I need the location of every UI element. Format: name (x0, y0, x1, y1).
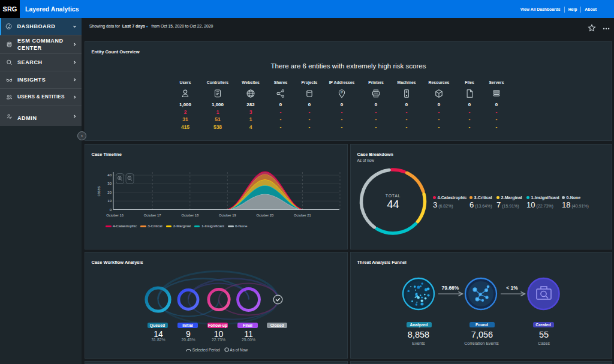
svg-text:October 21: October 21 (294, 213, 311, 217)
svg-text:44: 44 (387, 198, 399, 210)
svg-text:October 19: October 19 (219, 213, 236, 217)
svg-text:October 18: October 18 (181, 213, 198, 217)
svg-text:20: 20 (107, 191, 112, 194)
svg-text:10: 10 (107, 199, 112, 203)
svg-text:< 1%: < 1% (506, 285, 518, 291)
svg-text:TOTAL: TOTAL (386, 194, 401, 198)
svg-text:IP: IP (341, 91, 343, 94)
svg-text:October 20: October 20 (257, 213, 274, 217)
svg-text:0: 0 (110, 208, 112, 212)
svg-text:October 16: October 16 (106, 213, 124, 217)
svg-text:30: 30 (107, 182, 112, 185)
svg-text:79.66%: 79.66% (442, 285, 459, 291)
svg-text:40: 40 (107, 173, 112, 177)
svg-text:cases: cases (97, 186, 101, 197)
svg-text:October 17: October 17 (144, 213, 161, 217)
